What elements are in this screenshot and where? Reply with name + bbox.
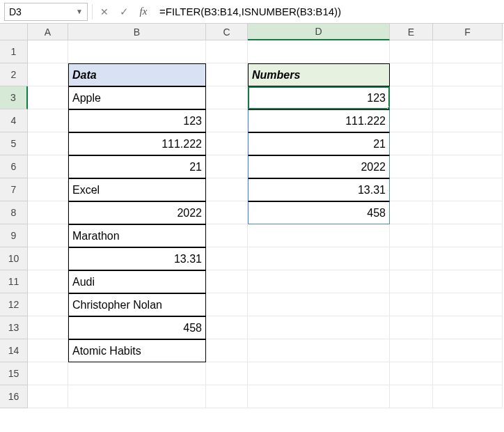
data-cell[interactable]: 123 (68, 109, 206, 132)
cell[interactable] (206, 109, 248, 132)
data-header[interactable]: Data (68, 63, 206, 86)
fx-icon[interactable]: fx (136, 4, 151, 20)
data-cell[interactable]: 21 (68, 155, 206, 178)
cell[interactable] (248, 270, 390, 293)
col-header-a[interactable]: A (28, 24, 68, 40)
cell[interactable] (390, 362, 433, 385)
numbers-cell[interactable]: 21 (248, 132, 390, 155)
cell[interactable] (390, 385, 433, 408)
cell[interactable] (206, 132, 248, 155)
cell[interactable] (28, 86, 68, 109)
cell[interactable] (206, 385, 248, 408)
data-cell[interactable]: 13.31 (68, 247, 206, 270)
formula-input[interactable]: =FILTER(B3:B14,ISNUMBER(B3:B14)) (155, 3, 500, 21)
cell[interactable] (248, 293, 390, 316)
cell[interactable] (433, 362, 503, 385)
cell[interactable] (390, 63, 433, 86)
cell[interactable] (28, 270, 68, 293)
cell[interactable] (390, 109, 433, 132)
cell[interactable] (390, 155, 433, 178)
row-header[interactable]: 12 (0, 293, 28, 316)
cell[interactable] (433, 270, 503, 293)
cell[interactable] (28, 155, 68, 178)
cell[interactable] (390, 178, 433, 201)
cell[interactable] (206, 63, 248, 86)
data-cell[interactable]: Marathon (68, 224, 206, 247)
active-cell[interactable]: 123 (248, 86, 390, 109)
cell[interactable] (68, 40, 206, 63)
col-header-d[interactable]: D (248, 24, 390, 40)
cell[interactable] (390, 132, 433, 155)
cell[interactable] (248, 224, 390, 247)
cell[interactable] (206, 40, 248, 63)
cell[interactable] (248, 362, 390, 385)
cell[interactable] (28, 63, 68, 86)
cell[interactable] (390, 293, 433, 316)
numbers-cell[interactable]: 111.222 (248, 109, 390, 132)
cell[interactable] (28, 339, 68, 362)
cell[interactable] (206, 178, 248, 201)
row-header[interactable]: 14 (0, 339, 28, 362)
cell[interactable] (433, 293, 503, 316)
numbers-cell[interactable]: 2022 (248, 155, 390, 178)
cell[interactable] (206, 86, 248, 109)
cell[interactable] (248, 247, 390, 270)
cell[interactable] (28, 293, 68, 316)
cell[interactable] (206, 362, 248, 385)
row-header[interactable]: 8 (0, 201, 28, 224)
cell[interactable] (68, 362, 206, 385)
cell[interactable] (248, 316, 390, 339)
cell[interactable] (433, 201, 503, 224)
data-cell[interactable]: 458 (68, 316, 206, 339)
cell[interactable] (433, 132, 503, 155)
row-header[interactable]: 10 (0, 247, 28, 270)
cell[interactable] (206, 316, 248, 339)
cell[interactable] (433, 40, 503, 63)
cell[interactable] (390, 40, 433, 63)
row-header[interactable]: 5 (0, 132, 28, 155)
row-header[interactable]: 9 (0, 224, 28, 247)
numbers-header[interactable]: Numbers (248, 63, 390, 86)
cell[interactable] (433, 155, 503, 178)
cell[interactable] (390, 224, 433, 247)
col-header-b[interactable]: B (68, 24, 206, 40)
cell[interactable] (390, 316, 433, 339)
cell[interactable] (390, 270, 433, 293)
numbers-cell[interactable]: 13.31 (248, 178, 390, 201)
row-header[interactable]: 6 (0, 155, 28, 178)
row-header[interactable]: 3 (0, 86, 28, 109)
data-cell[interactable]: Audi (68, 270, 206, 293)
cell[interactable] (433, 247, 503, 270)
row-header[interactable]: 1 (0, 40, 28, 63)
cell[interactable] (248, 385, 390, 408)
enter-check-icon[interactable]: ✓ (116, 4, 132, 20)
cell[interactable] (390, 86, 433, 109)
cell[interactable] (433, 316, 503, 339)
cell[interactable] (433, 385, 503, 408)
cell[interactable] (28, 224, 68, 247)
data-cell[interactable]: Excel (68, 178, 206, 201)
col-header-c[interactable]: C (206, 24, 248, 40)
row-header[interactable]: 2 (0, 63, 28, 86)
cell[interactable] (28, 362, 68, 385)
cell[interactable] (206, 201, 248, 224)
cell[interactable] (28, 109, 68, 132)
col-header-e[interactable]: E (390, 24, 433, 40)
cell[interactable] (433, 224, 503, 247)
cell[interactable] (206, 224, 248, 247)
cell[interactable] (248, 40, 390, 63)
row-header[interactable]: 15 (0, 362, 28, 385)
data-cell[interactable]: 2022 (68, 201, 206, 224)
cell[interactable] (28, 316, 68, 339)
cell[interactable] (206, 270, 248, 293)
cell[interactable] (28, 247, 68, 270)
data-cell[interactable]: Atomic Habits (68, 339, 206, 362)
row-header[interactable]: 13 (0, 316, 28, 339)
cell[interactable] (248, 339, 390, 362)
row-header[interactable]: 4 (0, 109, 28, 132)
cell[interactable] (28, 385, 68, 408)
cell[interactable] (433, 178, 503, 201)
cell[interactable] (28, 132, 68, 155)
fill-handle[interactable] (387, 107, 390, 109)
cell[interactable] (28, 178, 68, 201)
